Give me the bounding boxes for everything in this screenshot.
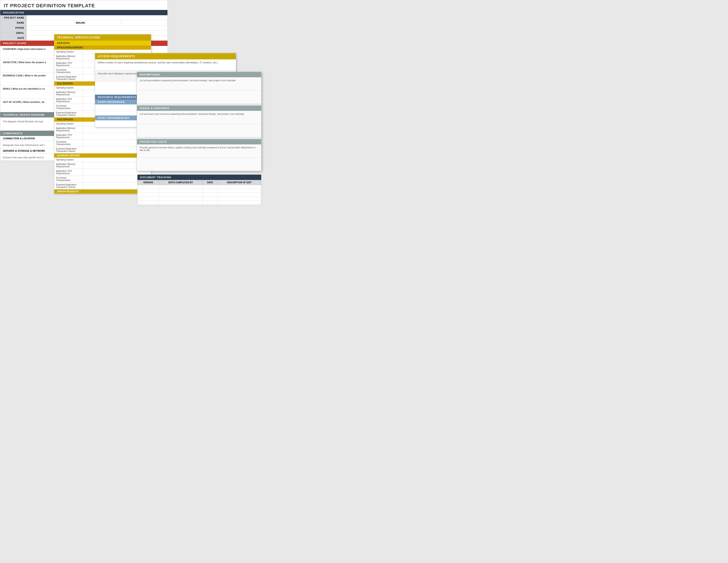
app-memory-label: Application MemoryRequirements — [54, 54, 83, 61]
access-text: Define number of users requiring simulta… — [95, 59, 236, 70]
app-os-label: Operating System — [54, 50, 83, 54]
file-trans-label: Expected ApplicationTransaction Volume — [54, 111, 83, 117]
db-trans-label: Expected ApplicationTransaction Volume — [54, 182, 83, 189]
project-name-label: PROJECT NAME — [0, 15, 27, 20]
project-name-value[interactable] — [27, 15, 167, 20]
web-cpu-label: Application CPURequirements — [54, 133, 83, 139]
tracking-header: DOCUMENT TRACKING — [137, 175, 261, 180]
col-date: DATE — [203, 180, 218, 185]
access-header: ACCESS REQUIREMENTS — [95, 53, 236, 59]
db-cpu-label: Application CPURequirements — [54, 169, 83, 175]
costs-body: Provide general overview below, update e… — [137, 144, 261, 158]
web-os-label: Operating System — [54, 122, 83, 126]
db-func-label: FunctionalCharacteristics — [54, 176, 83, 182]
name-label: NAME — [0, 20, 27, 25]
assumptions-space — [137, 90, 261, 104]
app-trans-label: Expected ApplicationTransaction Volume — [54, 75, 83, 81]
db-os-row: Operating System — [54, 158, 151, 162]
assump-spacer-2 — [137, 137, 261, 139]
document-tracking: DOCUMENT TRACKING VERSION EDITS COMPLETE… — [137, 174, 261, 205]
phone-row: PHONE — [0, 25, 167, 30]
phone-value[interactable] — [27, 25, 167, 30]
db-os-label: Operating System — [54, 158, 83, 162]
servers-sub-header: SERVERS — [54, 41, 151, 45]
tracking-row — [138, 185, 261, 189]
col-description: DESCRIPTION OF EDIT — [218, 180, 261, 185]
tracking-row — [138, 193, 261, 197]
db-memory-label: Application MemoryRequirements — [54, 162, 83, 169]
assumptions-header: ASSUMPTIONS — [137, 72, 261, 77]
file-memory-label: Application MemoryRequirements — [54, 90, 83, 97]
organization-header: ORGANIZATION — [0, 10, 167, 15]
col-edits: EDITS COMPLETED BY — [159, 180, 203, 185]
name-value[interactable] — [27, 20, 74, 25]
mailing-value[interactable] — [120, 20, 167, 25]
file-os-label: Operating System — [54, 86, 83, 90]
issues-body: List all issues and concerns impacting d… — [137, 111, 261, 124]
col-version: VERSION — [138, 180, 159, 185]
assumptions-body: List all assumptions impacting documenta… — [137, 77, 261, 90]
issues-space — [137, 124, 261, 137]
costs-header: PROJECTED COSTS — [137, 139, 261, 144]
web-func-label: FunctionalCharacteristics — [54, 140, 83, 146]
server-requests-header: SERVER REQUESTS — [54, 189, 151, 194]
tracking-row — [138, 201, 261, 205]
db-memory-row: Application MemoryRequirements — [54, 162, 151, 169]
name-row: NAME MAILING — [0, 20, 167, 25]
app-func-label: FunctionalCharacteristics — [54, 68, 83, 74]
tracking-row — [138, 197, 261, 201]
web-trans-label: Expected ApplicationTransaction Volume — [54, 147, 83, 153]
web-trans-row: Expected ApplicationTransaction Volume — [54, 147, 151, 153]
db-trans-row: Expected ApplicationTransaction Volume — [54, 182, 151, 189]
tech-spec-header: TECHNICAL SPECIFICATIONS — [54, 34, 151, 41]
assumptions-doc: ASSUMPTIONS List all assumptions impacti… — [137, 72, 261, 171]
date-label: DATE — [0, 36, 27, 40]
doc-title: IT PROJECT DEFINITION TEMPLATE — [0, 0, 167, 10]
file-func-label: FunctionalCharacteristics — [54, 104, 83, 110]
web-cpu-row: Application CPURequirements — [54, 133, 151, 140]
issues-header: ISSUES & CONCERNS — [137, 105, 261, 111]
phone-label: PHONE — [0, 25, 27, 30]
app-servers-header: APPLICATION SERVERS — [54, 45, 151, 50]
web-memory-label: Application MemoryRequirements — [54, 126, 83, 133]
db-func-row: FunctionalCharacteristics — [54, 176, 151, 182]
app-cpu-label: Application CPURequirements — [54, 61, 83, 68]
costs-space — [137, 158, 261, 171]
tracking-table: VERSION EDITS COMPLETED BY DATE DESCRIPT… — [137, 180, 261, 205]
assump-spacer-1 — [137, 104, 261, 105]
name-split: MAILING — [27, 20, 167, 25]
mailing-label: MAILING — [74, 20, 121, 25]
tracking-row — [138, 189, 261, 193]
db-servers-header: DATABASE SERVERS — [54, 153, 151, 158]
db-cpu-row: Application CPURequirements — [54, 169, 151, 176]
web-func-row: FunctionalCharacteristics — [54, 140, 151, 147]
file-cpu-label: Application CPURequirements — [54, 97, 83, 103]
project-name-row: PROJECT NAME — [0, 15, 167, 20]
email-label: EMAIL — [0, 30, 27, 35]
